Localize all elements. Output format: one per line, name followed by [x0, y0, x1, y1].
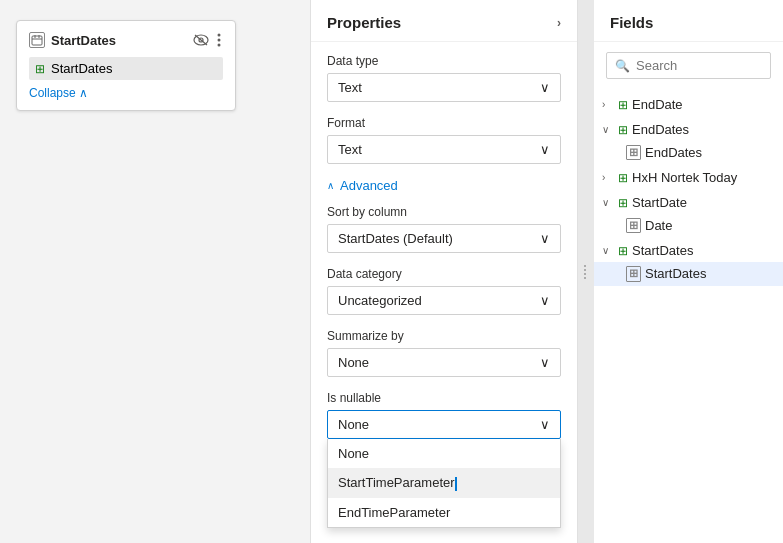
data-category-label: Data category: [327, 267, 561, 281]
collapse-label: Collapse: [29, 86, 76, 100]
field-group-enddates: ∨ ⊞ EndDates ⊞ EndDates: [594, 118, 783, 164]
field-group-enddate-header[interactable]: › ⊞ EndDate: [594, 93, 783, 116]
summarize-by-section: Summarize by None ∨: [327, 329, 561, 377]
startdates-chevron-icon: ∨: [602, 245, 614, 256]
data-type-value: Text: [338, 80, 362, 95]
field-group-enddate: › ⊞ EndDate: [594, 93, 783, 116]
data-category-chevron-icon: ∨: [540, 293, 550, 308]
hxh-table-icon: ⊞: [618, 171, 628, 185]
sort-by-column-label: Sort by column: [327, 205, 561, 219]
data-category-value: Uncategorized: [338, 293, 422, 308]
card-table-row[interactable]: ⊞ StartDates: [29, 57, 223, 80]
summarize-by-chevron-icon: ∨: [540, 355, 550, 370]
svg-point-9: [218, 44, 221, 47]
start-dates-card: StartDates: [16, 20, 236, 111]
panel-resizer[interactable]: [578, 0, 594, 543]
format-chevron-icon: ∨: [540, 142, 550, 157]
enddate-group-label: EndDate: [632, 97, 683, 112]
data-category-section: Data category Uncategorized ∨: [327, 267, 561, 315]
card-title: StartDates: [29, 32, 116, 48]
field-group-startdates: ∨ ⊞ StartDates ⊞ StartDates: [594, 239, 783, 285]
left-panel: StartDates: [0, 0, 310, 543]
nullable-option-starttime[interactable]: StartTimeParameter: [328, 468, 560, 498]
enddate-chevron-icon: ›: [602, 99, 614, 110]
data-type-section: Data type Text ∨: [327, 54, 561, 102]
startdates-col-icon: ⊞: [626, 266, 641, 281]
visibility-toggle-button[interactable]: [191, 32, 211, 48]
advanced-chevron-icon: ∧: [327, 180, 334, 191]
startdates-table-icon: ⊞: [618, 244, 628, 258]
startdate-group-label: StartDate: [632, 195, 687, 210]
is-nullable-dropdown-list: None StartTimeParameter EndTimeParameter: [327, 439, 561, 528]
startdates-child-label: StartDates: [645, 266, 706, 281]
enddate-table-icon: ⊞: [618, 98, 628, 112]
startdate-chevron-icon: ∨: [602, 197, 614, 208]
card-header: StartDates: [29, 31, 223, 49]
format-section: Format Text ∨: [327, 116, 561, 164]
collapse-button[interactable]: Collapse ∧: [29, 86, 88, 100]
is-nullable-section: Is nullable None ∨ None StartTimeParamet…: [327, 391, 561, 439]
nullable-option-none[interactable]: None: [328, 439, 560, 468]
is-nullable-chevron-icon: ∨: [540, 417, 550, 432]
summarize-by-dropdown[interactable]: None ∨: [327, 348, 561, 377]
advanced-label: Advanced: [340, 178, 398, 193]
field-child-startdates[interactable]: ⊞ StartDates: [594, 262, 783, 285]
svg-point-7: [218, 34, 221, 37]
summarize-by-value: None: [338, 355, 369, 370]
field-group-hxh: › ⊞ HxH Nortek Today: [594, 166, 783, 189]
fields-title: Fields: [594, 0, 783, 42]
data-category-dropdown[interactable]: Uncategorized ∨: [327, 286, 561, 315]
more-options-button[interactable]: [215, 31, 223, 49]
enddates-table-icon: ⊞: [618, 123, 628, 137]
properties-header: Properties ›: [311, 0, 577, 42]
card-actions: [191, 31, 223, 49]
fields-list: › ⊞ EndDate ∨ ⊞ EndDates ⊞ EndDates › ⊞ …: [594, 89, 783, 543]
search-input[interactable]: [636, 58, 762, 73]
enddates-col-icon: ⊞: [626, 145, 641, 160]
field-group-hxh-header[interactable]: › ⊞ HxH Nortek Today: [594, 166, 783, 189]
sort-by-column-value: StartDates (Default): [338, 231, 453, 246]
card-table-label: StartDates: [51, 61, 112, 76]
date-col-icon: ⊞: [626, 218, 641, 233]
field-child-date[interactable]: ⊞ Date: [594, 214, 783, 237]
format-value: Text: [338, 142, 362, 157]
enddates-group-label: EndDates: [632, 122, 689, 137]
table-icon: ⊞: [35, 62, 45, 76]
search-icon: 🔍: [615, 59, 630, 73]
field-child-enddates[interactable]: ⊞ EndDates: [594, 141, 783, 164]
advanced-section[interactable]: ∧ Advanced: [327, 178, 561, 193]
is-nullable-value: None: [338, 417, 369, 432]
calendar-icon: [29, 32, 45, 48]
svg-point-10: [584, 265, 586, 267]
sort-by-column-chevron-icon: ∨: [540, 231, 550, 246]
svg-point-12: [584, 273, 586, 275]
enddates-chevron-icon: ∨: [602, 124, 614, 135]
fields-panel: Fields 🔍 › ⊞ EndDate ∨ ⊞ EndDates ⊞ EndD…: [594, 0, 783, 543]
is-nullable-trigger[interactable]: None ∨: [327, 410, 561, 439]
field-group-enddates-header[interactable]: ∨ ⊞ EndDates: [594, 118, 783, 141]
data-type-label: Data type: [327, 54, 561, 68]
field-group-startdate-header[interactable]: ∨ ⊞ StartDate: [594, 191, 783, 214]
sort-by-column-section: Sort by column StartDates (Default) ∨: [327, 205, 561, 253]
format-dropdown[interactable]: Text ∨: [327, 135, 561, 164]
hxh-chevron-icon: ›: [602, 172, 614, 183]
summarize-by-label: Summarize by: [327, 329, 561, 343]
data-type-chevron-icon: ∨: [540, 80, 550, 95]
cursor-indicator: [455, 477, 457, 491]
format-label: Format: [327, 116, 561, 130]
hxh-group-label: HxH Nortek Today: [632, 170, 737, 185]
startdates-group-label: StartDates: [632, 243, 693, 258]
startdate-table-icon: ⊞: [618, 196, 628, 210]
svg-rect-0: [32, 36, 42, 45]
svg-point-8: [218, 39, 221, 42]
data-type-dropdown[interactable]: Text ∨: [327, 73, 561, 102]
svg-point-13: [584, 277, 586, 279]
field-group-startdate: ∨ ⊞ StartDate ⊞ Date: [594, 191, 783, 237]
nullable-option-endtime[interactable]: EndTimeParameter: [328, 498, 560, 527]
search-box[interactable]: 🔍: [606, 52, 771, 79]
properties-title: Properties: [327, 14, 401, 31]
properties-panel: Properties › Data type Text ∨ Format Tex…: [310, 0, 578, 543]
enddates-child-label: EndDates: [645, 145, 702, 160]
sort-by-column-dropdown[interactable]: StartDates (Default) ∨: [327, 224, 561, 253]
field-group-startdates-header[interactable]: ∨ ⊞ StartDates: [594, 239, 783, 262]
